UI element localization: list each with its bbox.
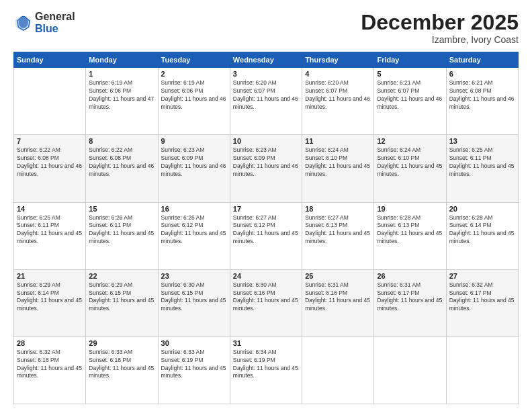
date-2-1: 15 [89,205,154,213]
date-4-3: 31 [233,339,299,347]
info-1-2: Sunrise: 6:23 AM Sunset: 6:09 PM Dayligh… [161,146,227,179]
weekday-header-row: Sunday Monday Tuesday Wednesday Thursday… [14,52,519,68]
date-0-2: 2 [161,70,227,78]
cell-2-0: 14Sunrise: 6:25 AM Sunset: 6:11 PM Dayli… [14,202,86,269]
info-2-4: Sunrise: 6:27 AM Sunset: 6:13 PM Dayligh… [305,214,371,246]
cell-2-6: 20Sunrise: 6:28 AM Sunset: 6:14 PM Dayli… [446,202,518,269]
week-row-3: 21Sunrise: 6:29 AM Sunset: 6:14 PM Dayli… [14,269,519,336]
date-3-3: 24 [233,272,299,280]
date-4-0: 28 [17,339,83,347]
cell-2-3: 17Sunrise: 6:27 AM Sunset: 6:12 PM Dayli… [230,202,302,269]
cell-3-6: 27Sunrise: 6:32 AM Sunset: 6:17 PM Dayli… [446,269,518,336]
date-2-5: 19 [377,205,443,213]
date-4-2: 30 [161,339,227,347]
date-0-1: 1 [89,70,154,78]
info-3-5: Sunrise: 6:31 AM Sunset: 6:17 PM Dayligh… [377,281,443,314]
cell-1-5: 12Sunrise: 6:24 AM Sunset: 6:10 PM Dayli… [374,135,446,202]
logo-blue: Blue [35,23,75,35]
info-2-5: Sunrise: 6:28 AM Sunset: 6:13 PM Dayligh… [377,214,443,246]
week-row-1: 7Sunrise: 6:22 AM Sunset: 6:08 PM Daylig… [14,135,519,202]
calendar-table: Sunday Monday Tuesday Wednesday Thursday… [13,52,519,404]
date-3-4: 25 [305,272,371,280]
cell-3-1: 22Sunrise: 6:29 AM Sunset: 6:15 PM Dayli… [86,269,158,336]
cell-4-3: 31Sunrise: 6:34 AM Sunset: 6:19 PM Dayli… [230,336,302,404]
info-1-4: Sunrise: 6:24 AM Sunset: 6:10 PM Dayligh… [305,146,371,179]
header: General Blue December 2025 Izambre, Ivor… [13,11,519,45]
cell-1-4: 11Sunrise: 6:24 AM Sunset: 6:10 PM Dayli… [302,135,374,202]
header-sunday: Sunday [14,52,86,68]
info-4-3: Sunrise: 6:34 AM Sunset: 6:19 PM Dayligh… [233,349,299,381]
header-monday: Monday [86,52,158,68]
info-2-6: Sunrise: 6:28 AM Sunset: 6:14 PM Dayligh… [449,214,515,246]
info-2-0: Sunrise: 6:25 AM Sunset: 6:11 PM Dayligh… [17,214,83,246]
cell-0-6: 6Sunrise: 6:21 AM Sunset: 6:08 PM Daylig… [446,68,518,135]
info-0-6: Sunrise: 6:21 AM Sunset: 6:08 PM Dayligh… [449,79,515,111]
date-4-1: 29 [89,339,154,347]
cell-4-5 [374,336,446,404]
date-1-4: 11 [305,137,371,145]
title-block: December 2025 Izambre, Ivory Coast [361,11,519,45]
info-1-5: Sunrise: 6:24 AM Sunset: 6:10 PM Dayligh… [377,146,443,179]
info-4-2: Sunrise: 6:33 AM Sunset: 6:19 PM Dayligh… [161,349,227,381]
header-wednesday: Wednesday [230,52,302,68]
date-2-6: 20 [449,205,515,213]
cell-2-4: 18Sunrise: 6:27 AM Sunset: 6:13 PM Dayli… [302,202,374,269]
cell-0-5: 5Sunrise: 6:21 AM Sunset: 6:07 PM Daylig… [374,68,446,135]
date-1-1: 8 [89,137,154,145]
cell-0-4: 4Sunrise: 6:20 AM Sunset: 6:07 PM Daylig… [302,68,374,135]
info-4-0: Sunrise: 6:32 AM Sunset: 6:18 PM Dayligh… [17,349,83,381]
cell-2-5: 19Sunrise: 6:28 AM Sunset: 6:13 PM Dayli… [374,202,446,269]
info-0-4: Sunrise: 6:20 AM Sunset: 6:07 PM Dayligh… [305,79,371,111]
info-1-0: Sunrise: 6:22 AM Sunset: 6:08 PM Dayligh… [17,146,83,179]
location-subtitle: Izambre, Ivory Coast [361,34,519,45]
date-2-2: 16 [161,205,227,213]
header-friday: Friday [374,52,446,68]
logo-icon [13,13,32,32]
week-row-2: 14Sunrise: 6:25 AM Sunset: 6:11 PM Dayli… [14,202,519,269]
cell-4-2: 30Sunrise: 6:33 AM Sunset: 6:19 PM Dayli… [158,336,230,404]
info-1-3: Sunrise: 6:23 AM Sunset: 6:09 PM Dayligh… [233,146,299,179]
date-1-6: 13 [449,137,515,145]
logo-text: General Blue [35,11,75,34]
date-0-5: 5 [377,70,443,78]
cell-4-4 [302,336,374,404]
cell-0-0 [14,68,86,135]
info-3-1: Sunrise: 6:29 AM Sunset: 6:15 PM Dayligh… [89,281,154,314]
cell-3-0: 21Sunrise: 6:29 AM Sunset: 6:14 PM Dayli… [14,269,86,336]
month-title: December 2025 [361,11,519,34]
cell-0-2: 2Sunrise: 6:19 AM Sunset: 6:06 PM Daylig… [158,68,230,135]
date-2-4: 18 [305,205,371,213]
info-3-6: Sunrise: 6:32 AM Sunset: 6:17 PM Dayligh… [449,281,515,314]
date-2-3: 17 [233,205,299,213]
cell-3-4: 25Sunrise: 6:31 AM Sunset: 6:16 PM Dayli… [302,269,374,336]
info-0-1: Sunrise: 6:19 AM Sunset: 6:06 PM Dayligh… [89,79,154,111]
header-saturday: Saturday [446,52,518,68]
info-2-2: Sunrise: 6:26 AM Sunset: 6:12 PM Dayligh… [161,214,227,246]
cell-2-2: 16Sunrise: 6:26 AM Sunset: 6:12 PM Dayli… [158,202,230,269]
cell-1-2: 9Sunrise: 6:23 AM Sunset: 6:09 PM Daylig… [158,135,230,202]
date-1-0: 7 [17,137,83,145]
cell-1-3: 10Sunrise: 6:23 AM Sunset: 6:09 PM Dayli… [230,135,302,202]
cell-3-3: 24Sunrise: 6:30 AM Sunset: 6:16 PM Dayli… [230,269,302,336]
logo-general: General [35,11,75,23]
cell-4-6 [446,336,518,404]
date-0-6: 6 [449,70,515,78]
date-1-3: 10 [233,137,299,145]
info-2-1: Sunrise: 6:26 AM Sunset: 6:11 PM Dayligh… [89,214,154,246]
date-2-0: 14 [17,205,83,213]
cell-4-0: 28Sunrise: 6:32 AM Sunset: 6:18 PM Dayli… [14,336,86,404]
info-0-3: Sunrise: 6:20 AM Sunset: 6:07 PM Dayligh… [233,79,299,111]
info-4-1: Sunrise: 6:33 AM Sunset: 6:18 PM Dayligh… [89,349,154,381]
info-1-1: Sunrise: 6:22 AM Sunset: 6:08 PM Dayligh… [89,146,154,179]
cell-4-1: 29Sunrise: 6:33 AM Sunset: 6:18 PM Dayli… [86,336,158,404]
cell-0-3: 3Sunrise: 6:20 AM Sunset: 6:07 PM Daylig… [230,68,302,135]
cell-3-2: 23Sunrise: 6:30 AM Sunset: 6:15 PM Dayli… [158,269,230,336]
info-0-5: Sunrise: 6:21 AM Sunset: 6:07 PM Dayligh… [377,79,443,111]
page: General Blue December 2025 Izambre, Ivor… [0,0,532,411]
date-3-1: 22 [89,272,154,280]
date-3-6: 27 [449,272,515,280]
date-0-3: 3 [233,70,299,78]
date-1-5: 12 [377,137,443,145]
date-0-4: 4 [305,70,371,78]
info-3-3: Sunrise: 6:30 AM Sunset: 6:16 PM Dayligh… [233,281,299,314]
